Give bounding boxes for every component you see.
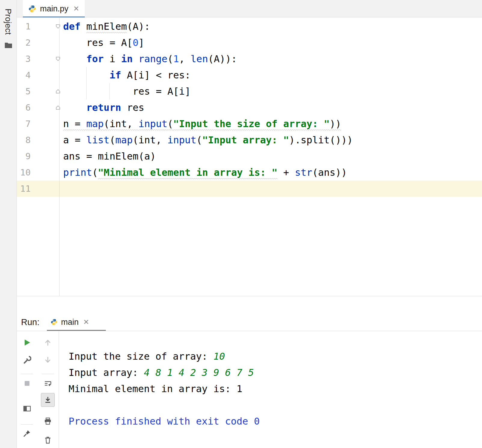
code-text[interactable]: n = map(int, input("Input the size of ar… [59,118,341,130]
rerun-icon[interactable] [23,338,31,347]
restore-layout-icon[interactable] [23,404,31,413]
console-line: Input array: 4 8 1 4 2 3 9 6 7 5 [69,364,479,381]
toolbar-divider [42,374,54,374]
folder-icon[interactable] [5,42,12,50]
code-text[interactable]: a = list(map(int, input("Input array: ")… [59,134,353,146]
editor-tabbar: main.py ✕ [17,0,482,17]
code-token: str [295,167,312,178]
console-text: Process finished with exit code 0 [69,416,260,427]
toolbar-divider [21,374,33,374]
scroll-to-end-icon[interactable] [41,393,55,407]
toolbar-divider [21,424,33,425]
code-line[interactable]: 8a = list(map(int, input("Input array: "… [17,132,482,148]
run-tab-close-icon[interactable]: ✕ [83,318,89,326]
clear-console-icon[interactable] [44,436,52,444]
code-line[interactable]: 6 return res [17,99,482,116]
line-number[interactable]: 2 [17,38,59,48]
code-text[interactable]: print("Minimal element in array is: " + … [59,167,347,178]
console-line: Process finished with exit code 0 [69,413,479,429]
line-number[interactable]: 9 [17,151,59,161]
soft-wrap-icon[interactable] [44,379,52,388]
fold-marker-icon[interactable] [55,23,61,30]
code-line[interactable]: 5 res = A[i] [17,83,482,99]
code-text[interactable]: if A[i] < res: [59,69,191,81]
code-token: ( [167,118,173,130]
project-tool-button[interactable]: Project [3,8,13,35]
code-token: print [63,167,92,178]
pin-icon[interactable] [23,429,31,437]
line-number[interactable]: 1 [17,21,59,32]
code-token: input [167,134,196,146]
code-text[interactable]: for i in range(1, len(A)): [59,53,237,65]
code-line[interactable]: 2 res = A[0] [17,35,482,51]
code-line[interactable]: 10print("Minimal element in array is: " … [17,164,482,181]
run-panel-title: Run: [21,313,39,331]
line-number[interactable]: 3 [17,54,59,64]
code-token: (A)): [208,53,237,65]
code-token: return [86,102,127,113]
code-token: 1 [173,53,179,65]
code-token: if [109,69,127,81]
console-user-input: 10 [213,351,225,362]
line-number[interactable]: 5 [17,86,59,96]
print-icon[interactable] [44,417,52,425]
line-number[interactable]: 10 [17,167,59,178]
line-number[interactable]: 7 [17,119,59,129]
code-token: "Minimal element in array is: " [98,167,278,178]
code-token: )) [330,118,341,130]
console-output[interactable]: Input the size of array: 10Input array: … [69,348,479,429]
console-text: Input array: [69,367,144,378]
fold-marker-icon[interactable] [55,56,61,62]
code-token [63,102,86,113]
code-token: (int, [104,118,139,130]
code-token: (A): [127,21,150,32]
code-token: res [127,102,144,113]
code-line[interactable]: 1def minElem(A): [17,18,482,35]
line-number[interactable]: 8 [17,135,59,145]
code-token [63,53,86,65]
down-arrow-icon[interactable] [44,356,52,364]
code-line[interactable]: 3 for i in range(1, len(A)): [17,51,482,67]
code-token: map [86,118,104,130]
editor-run-splitter[interactable] [17,296,482,296]
stop-icon[interactable] [23,379,31,387]
tab-label: main.py [40,4,69,14]
line-number[interactable]: 4 [17,70,59,80]
code-token: len [191,53,208,65]
code-token: a = [63,134,86,146]
console-line: Input the size of array: 10 [69,348,479,364]
code-line[interactable]: 9ans = minElem(a) [17,148,482,164]
line-number[interactable]: 6 [17,102,59,113]
console-text: Minimal element in array is: 1 [69,383,242,395]
code-text[interactable]: return res [59,102,144,113]
code-text[interactable]: ans = minElem(a) [59,151,156,162]
code-text[interactable]: res = A[i] [59,86,191,97]
code-text[interactable]: def minElem(A): [59,21,150,32]
settings-wrench-icon[interactable] [23,356,31,364]
code-token: "Input the size of array: " [173,118,330,130]
code-line[interactable]: 7n = map(int, input("Input the size of a… [17,116,482,132]
code-token: + [278,167,295,178]
tab-close-icon[interactable]: ✕ [73,5,79,13]
code-text[interactable]: res = A[0] [59,37,144,48]
active-tab-accent [23,17,85,17]
fold-marker-icon[interactable] [55,104,61,111]
code-token: res = A[ [63,37,133,48]
up-arrow-icon[interactable] [44,338,52,347]
run-tab-main[interactable]: main ✕ [47,313,106,331]
code-token: A[i] < res: [127,69,191,81]
tab-main-py[interactable]: main.py ✕ [23,0,85,17]
code-token: ( [167,53,173,65]
run-toolbar [17,331,59,448]
code-token: ).split())) [289,134,353,146]
python-icon [51,318,58,326]
code-token: ans = minElem(a) [63,151,156,162]
fold-marker-icon[interactable] [55,88,61,95]
code-line[interactable]: 11 [17,181,482,197]
code-line[interactable]: 4 if A[i] < res: [17,67,482,83]
line-number[interactable]: 11 [17,184,59,194]
code-token: (int, [133,134,167,146]
code-token: n = [63,118,86,130]
code-token: list [86,134,109,146]
code-editor[interactable]: 1def minElem(A):2 res = A[0]3 for i in r… [17,18,482,296]
